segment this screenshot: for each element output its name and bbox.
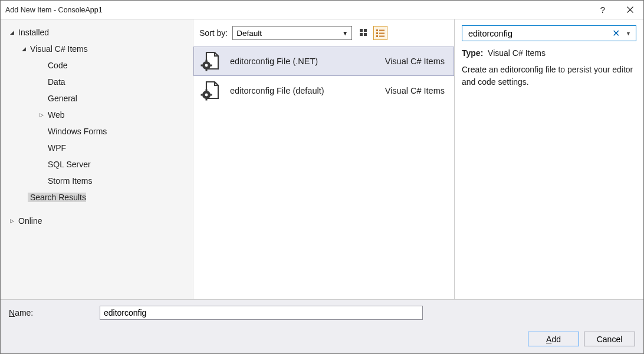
tree-item-sqlserver[interactable]: ▷ SQL Server: [1, 156, 193, 173]
name-input[interactable]: [100, 306, 423, 320]
description-text: Create an editorconfig file to persist y…: [462, 65, 633, 86]
close-button[interactable]: [616, 1, 643, 19]
expander-right-icon: ▷: [8, 218, 16, 224]
tree-item-winforms[interactable]: ▷ Windows Forms: [1, 123, 193, 140]
tree-label: Installed: [16, 28, 49, 37]
close-icon: [627, 6, 633, 13]
template-item[interactable]: editorconfig File (default) Visual C# It…: [193, 76, 454, 105]
svg-rect-21: [211, 94, 212, 96]
tree-item-code[interactable]: ▷ Code: [1, 57, 193, 74]
svg-rect-2: [360, 33, 363, 36]
add-button[interactable]: Add: [528, 332, 579, 346]
list-toolbar: Sort by: Default ▼: [193, 19, 454, 43]
tree-item-data[interactable]: ▷ Data: [1, 74, 193, 90]
help-button[interactable]: ?: [589, 1, 616, 19]
name-row: Name:: [9, 306, 635, 320]
template-list[interactable]: editorconfig File (.NET) Visual C# Items…: [193, 43, 454, 299]
sort-by-label: Sort by:: [199, 28, 228, 38]
grid-icon: [359, 28, 369, 38]
sort-by-select[interactable]: Default ▼: [232, 26, 352, 40]
tree-label: Search Results: [28, 193, 86, 202]
svg-rect-8: [376, 35, 378, 37]
svg-point-11: [205, 64, 208, 67]
chevron-down-icon: ▼: [342, 30, 348, 37]
svg-rect-3: [364, 33, 367, 36]
tree-label: Online: [16, 216, 42, 226]
svg-rect-20: [201, 94, 203, 96]
view-medium-icons-button[interactable]: [357, 26, 371, 40]
tree-item-search-results[interactable]: ▷ Search Results: [1, 189, 193, 206]
template-description: Type: Visual C# Items Create an editorco…: [462, 47, 636, 88]
view-mode-buttons: [357, 26, 387, 40]
tree-item-storm[interactable]: ▷ Storm Items: [1, 173, 193, 189]
svg-rect-5: [379, 30, 385, 31]
window-title: Add New Item - ConsoleApp1: [5, 6, 589, 14]
tree-item-wpf[interactable]: ▷ WPF: [1, 140, 193, 156]
tree-label: Code: [45, 61, 67, 70]
svg-rect-12: [206, 60, 208, 62]
template-item[interactable]: editorconfig File (.NET) Visual C# Items: [193, 47, 454, 76]
search-box[interactable]: ✕ ▼: [462, 25, 636, 41]
search-input[interactable]: [467, 28, 609, 39]
editorconfig-file-icon: [199, 51, 221, 72]
tree-label: SQL Server: [45, 160, 91, 169]
list-icon: [376, 28, 385, 38]
tree-item-web[interactable]: ▷ Web: [1, 107, 193, 123]
template-category: Visual C# Items: [385, 86, 447, 95]
svg-rect-18: [206, 90, 208, 91]
svg-rect-4: [376, 29, 378, 31]
template-label: editorconfig File (.NET): [230, 57, 385, 66]
search-options-dropdown[interactable]: ▼: [623, 31, 633, 37]
template-list-panel: Sort by: Default ▼: [193, 19, 455, 299]
tree-online[interactable]: ▷ Online: [1, 213, 193, 229]
tree-item-general[interactable]: ▷ General: [1, 90, 193, 107]
tree-csharp-items[interactable]: ◢ Visual C# Items: [1, 41, 193, 57]
template-category: Visual C# Items: [385, 57, 447, 66]
cancel-button[interactable]: Cancel: [584, 332, 635, 346]
clear-search-button[interactable]: ✕: [609, 28, 623, 39]
type-value: Visual C# Items: [488, 48, 546, 58]
tree-label: Web: [45, 110, 65, 120]
tree-label: WPF: [45, 143, 66, 153]
expander-down-icon: ◢: [8, 29, 16, 35]
svg-rect-7: [379, 33, 385, 34]
tree-label: Visual C# Items: [28, 44, 88, 54]
svg-rect-14: [201, 65, 203, 67]
svg-rect-13: [206, 70, 208, 71]
svg-point-17: [205, 94, 208, 97]
category-tree: ◢ Installed ◢ Visual C# Items ▷ Code ▷ D…: [1, 19, 193, 299]
name-label: Name:: [9, 308, 95, 317]
svg-rect-9: [379, 36, 385, 37]
svg-rect-6: [376, 32, 378, 34]
titlebar: Add New Item - ConsoleApp1 ?: [1, 1, 643, 19]
dialog-window: Add New Item - ConsoleApp1 ? ◢ Installed…: [0, 0, 644, 354]
editorconfig-file-icon: [199, 80, 221, 101]
tree-label: Storm Items: [45, 176, 92, 186]
svg-rect-15: [211, 65, 212, 67]
svg-rect-19: [206, 99, 208, 101]
tree-label: Windows Forms: [45, 127, 107, 136]
sort-by-value: Default: [236, 29, 262, 38]
expander-down-icon: ◢: [19, 46, 28, 52]
template-label: editorconfig File (default): [230, 86, 385, 95]
tree-installed[interactable]: ◢ Installed: [1, 24, 193, 41]
tree-label: Data: [45, 77, 65, 87]
svg-rect-0: [360, 29, 363, 32]
svg-rect-1: [364, 29, 367, 32]
view-small-icons-button[interactable]: [373, 26, 387, 40]
details-panel: ✕ ▼ Type: Visual C# Items Create an edit…: [455, 19, 643, 299]
expander-right-icon: ▷: [37, 112, 45, 118]
dialog-footer: Name: Add Cancel: [1, 299, 643, 353]
button-row: Add Cancel: [9, 320, 635, 348]
type-label: Type:: [462, 48, 483, 58]
tree-label: General: [45, 94, 77, 103]
main-area: ◢ Installed ◢ Visual C# Items ▷ Code ▷ D…: [1, 19, 643, 299]
